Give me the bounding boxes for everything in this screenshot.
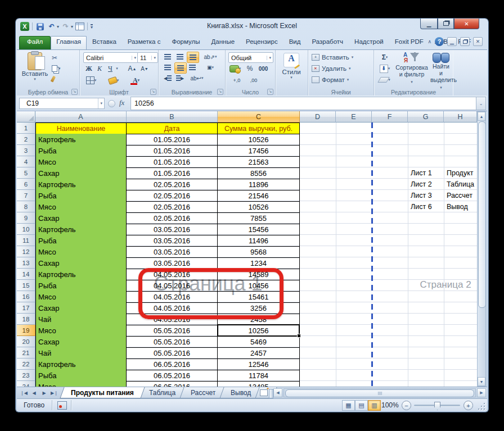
clipboard-dialog-launcher[interactable]: ↘ [71, 89, 78, 95]
styles-button[interactable]: A Стили ▾ [278, 53, 305, 80]
vertical-scrollbar[interactable]: ▲ ▼ [477, 111, 486, 387]
column-header-E[interactable]: E [336, 111, 372, 123]
bold-button[interactable]: Ж [84, 63, 93, 74]
align-middle-button[interactable] [174, 52, 186, 62]
cell-name[interactable]: Сахар [35, 336, 127, 348]
tab-split-handle[interactable] [269, 389, 273, 398]
close-button[interactable]: ✕ [454, 19, 479, 29]
formula-bar-handle[interactable] [108, 100, 115, 107]
selected-cell-border[interactable] [217, 324, 300, 337]
row-header-9[interactable]: 9 [17, 212, 35, 224]
scroll-right-button[interactable]: ▶ [477, 388, 486, 397]
cell-value[interactable]: 15456 [218, 224, 300, 235]
restore-button[interactable] [438, 19, 454, 29]
name-box[interactable]: C19▾ [19, 98, 105, 109]
cell-name[interactable]: Сахар [35, 257, 127, 269]
cell-value[interactable]: 11784 [218, 370, 300, 382]
ribbon-tab-Надстрой[interactable]: Надстрой [349, 36, 389, 49]
cell-date[interactable]: 03.05.2016 [127, 246, 218, 258]
cell-sheet-ref[interactable]: Лист 6 [408, 201, 444, 212]
underline-button[interactable]: Ч [106, 63, 115, 74]
name-box-dropdown[interactable]: ▾ [98, 98, 104, 108]
sheet-tab-Продукты питания[interactable]: Продукты питания [60, 387, 145, 398]
cell-name[interactable]: Сахар [35, 302, 127, 314]
row-header-8[interactable]: 8 [17, 201, 35, 212]
column-header-B[interactable]: B [127, 111, 218, 123]
column-header-D[interactable]: D [300, 111, 336, 123]
format-painter-button[interactable] [52, 74, 73, 84]
cell-name[interactable]: Картофель [35, 179, 127, 190]
font-name-combo[interactable]: Calibri▾ [83, 52, 138, 63]
page-break-dashed-line[interactable] [371, 123, 373, 387]
insert-cells-button[interactable]: +Вставить▾ [312, 52, 353, 62]
cell-date[interactable]: 05.05.2016 [127, 336, 218, 348]
fill-color-button[interactable]: ▾ [107, 75, 120, 85]
cell-value[interactable]: 17456 [218, 145, 300, 157]
cell-date[interactable]: 05.05.2016 [127, 325, 218, 337]
last-sheet-button[interactable]: ▶❘ [50, 388, 59, 397]
ribbon-tab-Главная[interactable]: Главная [51, 36, 87, 49]
cell-date[interactable]: 03.05.2016 [127, 224, 218, 235]
shrink-font-button[interactable]: A▼ [140, 63, 150, 74]
page-layout-view-button[interactable]: ▤ [355, 400, 368, 411]
accounting-format-button[interactable]: ▾ [228, 63, 242, 74]
cell-value[interactable]: 13485 [218, 381, 300, 387]
cell-date[interactable]: 01.05.2016 [127, 134, 218, 146]
row-header-12[interactable]: 12 [17, 246, 35, 257]
cell-value[interactable]: 21563 [218, 156, 300, 168]
select-all-corner[interactable] [17, 111, 35, 123]
cell-name[interactable]: Сахар [35, 212, 127, 224]
cell-name[interactable]: Картофель [35, 134, 127, 146]
number-format-combo[interactable]: Общий▾ [228, 52, 273, 63]
horizontal-scroll-thumb[interactable] [285, 389, 474, 397]
table-header-cell[interactable]: Наименование [35, 123, 127, 134]
scroll-up-button[interactable]: ▲ [478, 112, 485, 121]
ribbon-tab-Разметка с[interactable]: Разметка с [122, 36, 166, 49]
underline-dropdown[interactable]: ▾ [115, 63, 119, 74]
ribbon-tab-Файл[interactable]: Файл [19, 36, 51, 49]
paste-button[interactable]: Вставить▾ [21, 52, 48, 93]
expand-formula-bar-button[interactable]: ⌄ [476, 97, 486, 110]
align-bottom-button[interactable] [187, 52, 199, 63]
cell-name[interactable]: Чай [35, 314, 127, 325]
cell-value[interactable]: 1234 [218, 257, 300, 269]
increase-decimal-button[interactable]: +,0 [230, 75, 244, 85]
italic-button[interactable]: К [95, 63, 104, 74]
align-left-button[interactable] [162, 62, 173, 72]
column-header-A[interactable]: A [35, 111, 127, 123]
cell-value[interactable]: 9568 [218, 246, 300, 258]
cell-name[interactable]: Рыба [35, 280, 127, 292]
font-size-combo[interactable]: 11▾ [137, 52, 158, 63]
cell-value[interactable]: 7855 [218, 212, 300, 224]
row-header-16[interactable]: 16 [17, 291, 35, 302]
format-cells-button[interactable]: Формат▾ [312, 75, 349, 85]
number-dialog-launcher[interactable]: ↘ [267, 89, 273, 95]
zoom-slider-thumb[interactable] [434, 402, 440, 410]
cell-value[interactable]: 8556 [218, 167, 300, 179]
cell-sheet-ref[interactable]: Лист 1 [408, 167, 444, 179]
prev-sheet-button[interactable]: ◀ [29, 388, 39, 397]
vertical-scroll-thumb[interactable] [478, 121, 486, 308]
cell-date[interactable]: 06.05.2016 [127, 370, 218, 382]
workbook-minimize-button[interactable]: ▁ [447, 37, 457, 46]
orientation-button[interactable]: ab⇗▾ [204, 52, 217, 62]
column-header-H[interactable]: H [444, 111, 477, 123]
horizontal-scrollbar[interactable] [284, 388, 476, 397]
grow-font-button[interactable]: A▲ [127, 63, 137, 74]
cell-name[interactable]: Картофель [35, 224, 127, 235]
row-header-10[interactable]: 10 [17, 224, 35, 235]
comma-style-button[interactable]: 000 [256, 63, 271, 74]
alignment-dialog-launcher[interactable]: ↘ [217, 89, 223, 95]
delete-cells-button[interactable]: ✕Удалить▾ [312, 63, 350, 74]
merge-center-button[interactable]: ▣▾ [204, 62, 217, 72]
cell-date[interactable]: 06.05.2016 [127, 381, 218, 387]
cell-date[interactable]: 01.05.2016 [127, 156, 218, 168]
row-header-13[interactable]: 13 [17, 257, 35, 269]
row-header-3[interactable]: 3 [17, 145, 35, 156]
decrease-decimal-button[interactable]: ,00 [247, 75, 260, 85]
column-header-F[interactable]: F [372, 111, 408, 123]
sheet-tab-Таблица[interactable]: Таблица [138, 387, 186, 398]
cell-name[interactable]: Мясо [35, 381, 127, 387]
cell-sheet-ref[interactable]: Лист 3 [408, 190, 444, 201]
align-right-button[interactable] [187, 62, 198, 72]
